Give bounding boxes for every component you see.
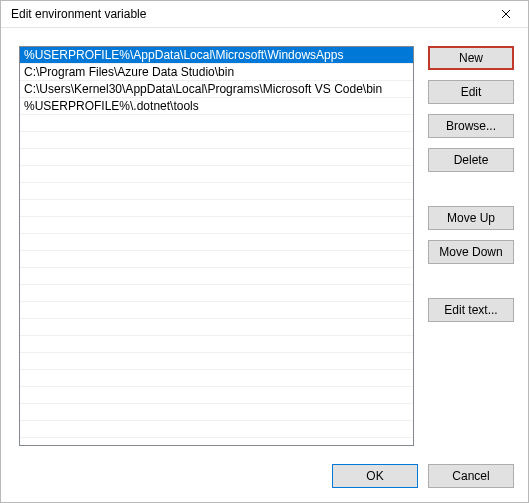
list-item[interactable] — [20, 336, 413, 353]
move-down-button[interactable]: Move Down — [428, 240, 514, 264]
list-item[interactable] — [20, 200, 413, 217]
ok-button[interactable]: OK — [332, 464, 418, 488]
new-button[interactable]: New — [428, 46, 514, 70]
close-icon[interactable] — [483, 1, 528, 27]
list-item[interactable]: C:\Users\Kernel30\AppData\Local\Programs… — [20, 81, 413, 98]
edit-environment-variable-dialog: Edit environment variable %USERPROFILE%\… — [0, 0, 529, 503]
browse-button[interactable]: Browse... — [428, 114, 514, 138]
dialog-footer: OK Cancel — [1, 456, 528, 502]
list-item[interactable] — [20, 183, 413, 200]
delete-button[interactable]: Delete — [428, 148, 514, 172]
list-item[interactable] — [20, 421, 413, 438]
list-item[interactable] — [20, 285, 413, 302]
list-item[interactable]: %USERPROFILE%\.dotnet\tools — [20, 98, 413, 115]
list-item[interactable] — [20, 353, 413, 370]
list-item[interactable] — [20, 387, 413, 404]
list-item[interactable] — [20, 268, 413, 285]
list-item[interactable]: %USERPROFILE%\AppData\Local\Microsoft\Wi… — [20, 47, 413, 64]
move-up-button[interactable]: Move Up — [428, 206, 514, 230]
titlebar: Edit environment variable — [1, 1, 528, 28]
cancel-button[interactable]: Cancel — [428, 464, 514, 488]
edit-button[interactable]: Edit — [428, 80, 514, 104]
list-item[interactable] — [20, 404, 413, 421]
dialog-content: %USERPROFILE%\AppData\Local\Microsoft\Wi… — [1, 28, 528, 456]
edit-text-button[interactable]: Edit text... — [428, 298, 514, 322]
side-button-column: New Edit Browse... Delete Move Up Move D… — [428, 46, 514, 446]
window-title: Edit environment variable — [1, 7, 483, 21]
list-item[interactable] — [20, 234, 413, 251]
list-item[interactable] — [20, 251, 413, 268]
list-item[interactable] — [20, 132, 413, 149]
list-item[interactable] — [20, 115, 413, 132]
list-item[interactable]: C:\Program Files\Azure Data Studio\bin — [20, 64, 413, 81]
list-item[interactable] — [20, 149, 413, 166]
list-item[interactable] — [20, 217, 413, 234]
list-item[interactable] — [20, 319, 413, 336]
list-item[interactable] — [20, 302, 413, 319]
list-item[interactable] — [20, 166, 413, 183]
list-item[interactable] — [20, 370, 413, 387]
path-listbox[interactable]: %USERPROFILE%\AppData\Local\Microsoft\Wi… — [19, 46, 414, 446]
